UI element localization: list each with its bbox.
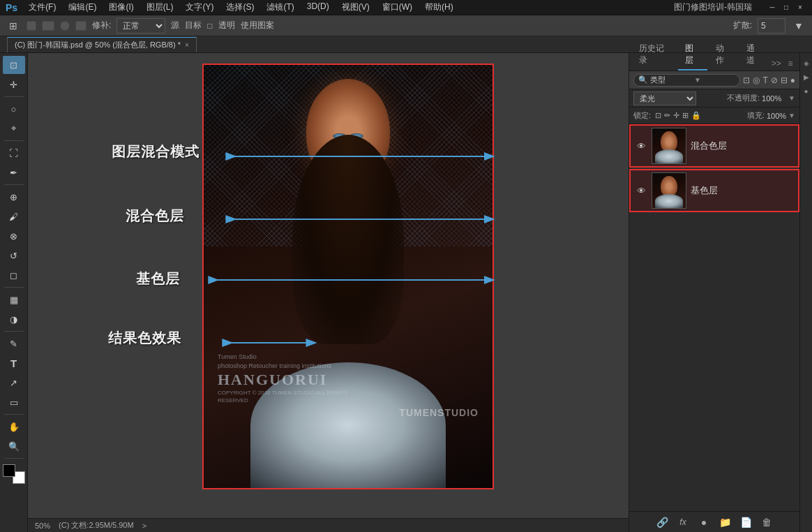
menu-text[interactable]: 文字(Y) (180, 0, 219, 15)
text-tool[interactable]: T (3, 354, 25, 372)
extra-icon-3[interactable]: ● (801, 85, 812, 96)
shape-btn-2[interactable] (42, 21, 54, 31)
layer-eye-mix[interactable]: 👁 (635, 140, 647, 152)
minimize-button[interactable]: ─ (766, 3, 779, 13)
foreground-color[interactable] (3, 464, 15, 477)
layer-item-base[interactable]: 👁 基色层 (629, 169, 799, 212)
fill-label: 填充: (747, 110, 765, 121)
canvas-area[interactable]: 图层混合模式 混合色层 基色层 结果色效果 Tumen Studiophotos… (28, 53, 629, 532)
shape-btn-3[interactable] (60, 21, 70, 31)
search-input[interactable] (650, 76, 692, 84)
clone-tool[interactable]: ⊗ (3, 227, 25, 245)
menu-view[interactable]: 视图(V) (336, 0, 375, 15)
tab-actions[interactable]: 动作 (709, 40, 738, 71)
layer-eye-base[interactable]: 👁 (635, 184, 647, 197)
panel-menu-icon[interactable]: >> (770, 57, 783, 71)
lock-paint-icon[interactable]: ✏ (664, 111, 670, 120)
menu-filter[interactable]: 滤镜(T) (261, 0, 299, 15)
fx-icon[interactable]: fx (676, 515, 690, 529)
app-icon: Ps (6, 2, 17, 13)
tab-close[interactable]: × (185, 41, 189, 49)
tool-separator-5 (4, 331, 24, 332)
hand-tool[interactable]: ✋ (3, 418, 25, 436)
layers-header: 🔍 ▼ ⊡ ◎ T ⊘ ⊟ ● (629, 71, 799, 89)
extra-icon-1[interactable]: ◈ (801, 57, 812, 68)
shape-btn-1[interactable] (27, 21, 36, 31)
lock-artboard-icon[interactable]: ⊞ (682, 111, 689, 120)
layer-icon-2[interactable]: ◎ (753, 75, 760, 85)
pen-tool[interactable]: ✎ (3, 334, 25, 353)
menu-file[interactable]: 文件(F) (23, 0, 61, 15)
layer-icon-1[interactable]: ⊡ (743, 75, 750, 85)
mode-select[interactable]: 正常 (116, 18, 165, 34)
transparent-label: 透明 (218, 20, 235, 31)
menu-help[interactable]: 帮助(H) (419, 0, 459, 15)
fill-value[interactable]: 100% (767, 112, 786, 120)
layers-list: 👁 混合色层 👁 基色层 (629, 124, 799, 511)
layer-thumb-mix (652, 128, 686, 164)
eyedropper-tool[interactable]: ✒ (3, 163, 25, 182)
menu-window[interactable]: 窗口(W) (377, 0, 418, 15)
diffuse-arrow[interactable]: ▼ (791, 18, 806, 34)
menu-edit[interactable]: 编辑(E) (63, 0, 102, 15)
extra-icon-2[interactable]: ▶ (801, 71, 812, 82)
dodge-tool[interactable]: ◑ (3, 310, 25, 328)
layer-item-mix[interactable]: 👁 混合色层 (629, 124, 799, 168)
menu-image[interactable]: 图像(I) (103, 0, 139, 15)
new-group-icon[interactable]: 📁 (718, 515, 732, 529)
watermark-name: HANGUORUI (218, 371, 357, 389)
add-mask-icon[interactable]: ● (697, 515, 711, 529)
status-arrow[interactable]: > (142, 522, 146, 530)
panel-options-icon[interactable]: ≡ (784, 57, 797, 71)
lock-all-icon[interactable]: 🔒 (691, 111, 701, 120)
tab-history[interactable]: 历史记录 (632, 40, 677, 71)
history-brush-tool[interactable]: ↺ (3, 246, 25, 265)
brush-tool[interactable]: 🖌 (3, 207, 25, 226)
opacity-value[interactable]: 100% (762, 94, 786, 103)
quick-select-tool[interactable]: ⌖ (3, 119, 25, 138)
menu-layer[interactable]: 图层(L) (141, 0, 179, 15)
search-dropdown-icon[interactable]: ▼ (694, 76, 701, 84)
marquee-tool[interactable]: ⊡ (3, 56, 25, 74)
delete-layer-icon[interactable]: 🗑 (760, 515, 774, 529)
menu-select[interactable]: 选择(S) (220, 0, 260, 15)
lock-transparent-icon[interactable]: ⊡ (655, 111, 661, 120)
opacity-arrow[interactable]: ▼ (788, 94, 795, 102)
document-tab[interactable]: (C) 图门-韩国瑞.psd @ 50% (混合色层, RGB/8) * × (7, 37, 197, 52)
gradient-tool[interactable]: ▦ (3, 290, 25, 309)
zoom-tool[interactable]: 🔍 (3, 437, 25, 455)
link-layers-icon[interactable]: 🔗 (655, 515, 669, 529)
use-pattern-label: 使用图案 (241, 20, 274, 31)
lock-position-icon[interactable]: ✛ (673, 111, 679, 120)
shape-tool[interactable]: ▭ (3, 393, 25, 411)
tab-layers[interactable]: 图层 (678, 40, 707, 71)
layer-icon-visible[interactable]: ● (790, 75, 795, 85)
move-tool[interactable]: ✛ (3, 75, 25, 94)
eraser-tool[interactable]: ◻ (3, 266, 25, 284)
shape-btn-4[interactable] (75, 21, 87, 31)
close-button[interactable]: × (794, 3, 806, 13)
layer-icon-4[interactable]: ⊘ (771, 75, 778, 85)
lock-icons: ⊡ ✏ ✛ ⊞ 🔒 (655, 111, 701, 120)
crop-tool[interactable]: ⛶ (3, 144, 25, 162)
layer-icon-5[interactable]: ⊟ (781, 75, 788, 85)
path-select-tool[interactable]: ↗ (3, 374, 25, 392)
blend-mode-select[interactable]: 柔光 正常 溶解 正片叠底 (633, 91, 696, 105)
fill-arrow[interactable]: ▼ (788, 112, 795, 119)
options-bar: ⊞ 修补: 正常 源 目标 □ 透明 使用图案 扩散: ▼ (0, 15, 812, 36)
diffuse-input[interactable] (758, 18, 785, 34)
tool-separator-2 (4, 140, 24, 141)
opacity-label: 不透明度: (727, 93, 760, 103)
lock-label: 锁定: (633, 110, 651, 121)
spot-heal-tool[interactable]: ⊕ (3, 188, 25, 206)
menu-3d[interactable]: 3D(D) (301, 0, 335, 15)
panel-bottom: 🔗 fx ● 📁 📄 🗑 (629, 511, 799, 532)
maximize-button[interactable]: □ (780, 3, 792, 13)
layer-icon-3[interactable]: T (762, 75, 767, 85)
tab-channels[interactable]: 通道 (739, 40, 769, 71)
new-layer-icon[interactable]: 📄 (739, 515, 753, 529)
status-bar: 50% (C) 文档:2.95M/5.90M > (28, 518, 629, 532)
tool-options-icon: ⊞ (6, 18, 21, 34)
lasso-tool[interactable]: ○ (3, 100, 25, 118)
layer-name-base: 基色层 (691, 184, 718, 197)
